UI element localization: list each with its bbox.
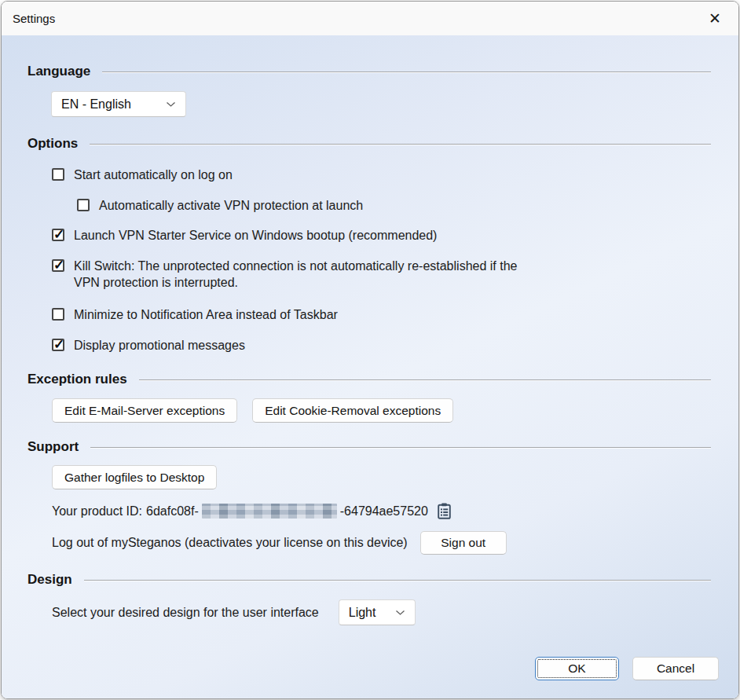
checkbox-row-autostart[interactable]: Start automatically on log on xyxy=(52,167,711,184)
language-dropdown-value: EN - English xyxy=(61,97,131,112)
checkbox-label: Automatically activate VPN protection at… xyxy=(99,197,363,214)
design-label: Select your desired design for the user … xyxy=(52,606,319,620)
section-design: Design xyxy=(27,572,711,588)
product-id-start: 6dafc08f- xyxy=(146,504,199,519)
checkbox[interactable] xyxy=(77,199,90,211)
design-dropdown-value: Light xyxy=(349,606,376,620)
section-divider xyxy=(84,580,711,581)
checkbox-row-minimize-tray[interactable]: Minimize to Notification Area instead of… xyxy=(52,306,711,324)
design-row: Select your desired design for the user … xyxy=(52,599,711,625)
checkbox[interactable] xyxy=(52,168,64,181)
checkbox-row-promo-messages[interactable]: Display promotional messages xyxy=(52,337,711,354)
edit-email-exceptions-button[interactable]: Edit E-Mail-Server exceptions xyxy=(52,398,237,423)
logout-line: Log out of mySteganos (deactivates your … xyxy=(52,531,711,555)
checkbox[interactable] xyxy=(52,259,64,272)
section-options: Options xyxy=(27,136,711,152)
checkbox-row-auto-activate-vpn[interactable]: Automatically activate VPN protection at… xyxy=(77,197,711,214)
close-button[interactable]: ✕ xyxy=(699,5,731,33)
section-language: Language xyxy=(27,64,711,79)
settings-content: Language EN - English Options Start auto… xyxy=(2,35,738,699)
dialog-footer: OK Cancel xyxy=(535,657,719,680)
exception-rules-header: Exception rules xyxy=(27,372,127,387)
support-header: Support xyxy=(27,439,79,455)
window-title: Settings xyxy=(13,12,55,25)
titlebar: Settings ✕ xyxy=(2,2,738,35)
design-dropdown[interactable]: Light xyxy=(339,599,416,625)
language-dropdown[interactable]: EN - English xyxy=(51,91,186,117)
clipboard-icon xyxy=(438,503,451,519)
chevron-down-icon xyxy=(166,101,176,108)
product-id-label: Your product ID: xyxy=(52,504,142,519)
checkbox-row-starter-service[interactable]: Launch VPN Starter Service on Windows bo… xyxy=(52,227,711,244)
product-id-redacted-block xyxy=(202,504,337,519)
sign-out-button[interactable]: Sign out xyxy=(420,531,507,555)
product-id-end: -64794ae57520 xyxy=(340,504,428,519)
product-id-line: Your product ID: 6dafc08f- -64794ae57520 xyxy=(52,503,711,519)
gather-logfiles-button[interactable]: Gather logfiles to Desktop xyxy=(52,465,217,489)
settings-window: Settings ✕ Language EN - English Options… xyxy=(1,1,739,699)
checkbox-row-kill-switch[interactable]: Kill Switch: The unprotected connection … xyxy=(52,258,711,291)
section-support: Support xyxy=(27,439,711,455)
section-divider xyxy=(139,379,711,381)
language-header: Language xyxy=(27,64,90,79)
logout-text: Log out of mySteganos (deactivates your … xyxy=(52,536,408,550)
copy-to-clipboard-button[interactable] xyxy=(438,503,451,519)
checkbox-label: Minimize to Notification Area instead of… xyxy=(74,306,338,324)
checkbox-label: Kill Switch: The unprotected connection … xyxy=(74,258,545,291)
checkbox[interactable] xyxy=(52,308,64,321)
section-divider xyxy=(90,144,711,145)
checkbox[interactable] xyxy=(52,229,64,241)
cancel-button[interactable]: Cancel xyxy=(632,657,719,680)
design-header: Design xyxy=(27,572,72,588)
close-icon: ✕ xyxy=(709,9,721,27)
edit-cookie-exceptions-button[interactable]: Edit Cookie-Removal exceptions xyxy=(252,398,453,423)
section-exception-rules: Exception rules xyxy=(27,372,711,387)
options-header: Options xyxy=(27,136,78,152)
checkbox-label: Start automatically on log on xyxy=(74,167,233,184)
checkbox[interactable] xyxy=(52,339,64,351)
section-divider xyxy=(102,71,711,73)
chevron-down-icon xyxy=(395,610,405,616)
ok-button[interactable]: OK xyxy=(535,657,619,680)
section-divider xyxy=(90,447,711,449)
checkbox-label: Display promotional messages xyxy=(74,337,245,354)
checkbox-label: Launch VPN Starter Service on Windows bo… xyxy=(74,227,437,244)
